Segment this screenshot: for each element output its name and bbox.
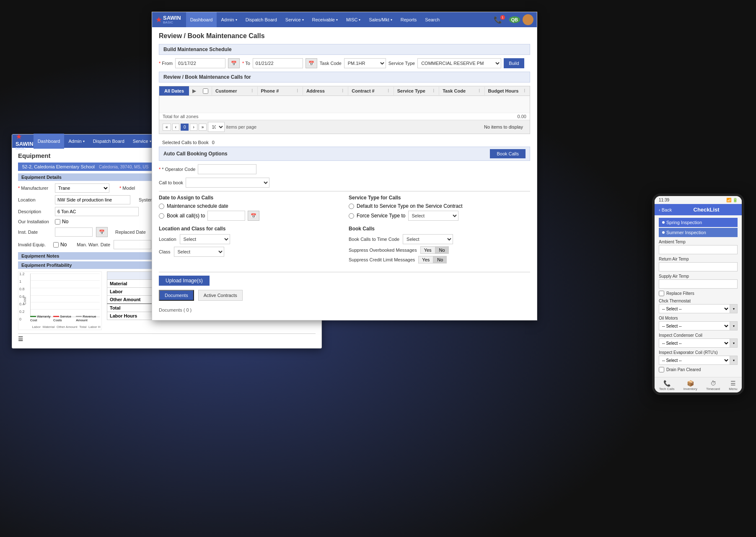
- supply-air-input[interactable]: [659, 279, 738, 289]
- main-nav-dispatch[interactable]: Dispatch Board: [241, 12, 281, 27]
- call-to-book-select[interactable]: [186, 178, 269, 188]
- main-nav-receivable[interactable]: Receivable ▾: [308, 12, 342, 27]
- force-service-select[interactable]: Select: [408, 211, 458, 221]
- date-assign-section: Date to Assign to Calls Maintenance sche…: [159, 195, 340, 221]
- suppress-credit-no[interactable]: No: [433, 256, 447, 263]
- oil-motors-select[interactable]: -- Select --: [659, 321, 730, 330]
- mobile-timecard-btn[interactable]: ⏱ Timecard: [704, 379, 722, 392]
- eq-model-label: Model: [119, 186, 153, 191]
- col-address-sort[interactable]: ⋮: [341, 89, 344, 93]
- select-all-checkbox[interactable]: [203, 88, 208, 94]
- eq-location-input[interactable]: [55, 195, 130, 204]
- main-nav-service[interactable]: Service ▾: [281, 12, 308, 27]
- active-contracts-tab-btn[interactable]: Active Contracts: [198, 290, 243, 301]
- col-customer-sort[interactable]: ⋮: [250, 89, 254, 93]
- eq-inst-date-input[interactable]: [55, 227, 93, 237]
- page-current-btn[interactable]: 0: [181, 124, 189, 131]
- suppress-overbooked-no[interactable]: No: [435, 246, 449, 254]
- mobile-summer-inspection[interactable]: Summer Inspection: [659, 228, 738, 237]
- main-nav-reports[interactable]: Reports: [396, 12, 421, 27]
- col-address-label: Address: [306, 88, 325, 93]
- main-nav-admin[interactable]: Admin ▾: [217, 12, 241, 27]
- st-option2-radio[interactable]: [349, 213, 354, 219]
- eq-man-warr-input[interactable]: [114, 240, 151, 249]
- profit-cell-labor-name: Labor: [107, 288, 157, 296]
- eq-inst-date-cal[interactable]: 📅: [96, 227, 108, 237]
- st-option2-label: Force Service Type to: [357, 213, 406, 219]
- inspect-condenser-select[interactable]: -- Select --: [659, 338, 730, 348]
- page-first-btn[interactable]: «: [163, 124, 171, 131]
- date-assign-title: Date to Assign to Calls: [159, 195, 340, 201]
- date-option2-radio[interactable]: [159, 213, 164, 219]
- operator-code-input[interactable]: [198, 164, 256, 174]
- from-cal-btn[interactable]: 📅: [228, 58, 240, 68]
- main-nav-sales[interactable]: Sales/Mkt ▾: [365, 12, 396, 27]
- book-calls-main-btn[interactable]: Book Calls: [490, 149, 526, 158]
- user-avatar[interactable]: [523, 14, 533, 25]
- mobile-menu-btn[interactable]: ☰ Menu: [727, 379, 739, 392]
- page-last-btn[interactable]: »: [199, 124, 207, 131]
- timecard-icon: ⏱: [710, 380, 716, 387]
- inspect-evaporator-arrow: ▾: [730, 356, 738, 365]
- return-air-input[interactable]: [659, 262, 738, 271]
- all-dates-btn[interactable]: All Dates: [159, 86, 189, 96]
- upload-btn[interactable]: Upload Image(s): [159, 276, 210, 286]
- suppress-credit-yes[interactable]: Yes: [418, 256, 433, 263]
- oil-motors-row: -- Select -- ▾: [659, 321, 738, 330]
- mobile-spring-inspection[interactable]: Spring Inspection: [659, 218, 738, 227]
- mobile-tech-calls-btn[interactable]: 📞 Tech Calls: [658, 379, 676, 392]
- page-next-btn[interactable]: ›: [190, 124, 197, 131]
- eq-our-installation-check[interactable]: [55, 219, 60, 225]
- col-service-type-sort[interactable]: ⋮: [432, 89, 435, 93]
- task-code-select[interactable]: PM.1HR: [344, 58, 386, 68]
- quickbooks-icon[interactable]: QB: [509, 16, 520, 23]
- drain-pan-checkbox[interactable]: [659, 367, 664, 372]
- docs-tab-btn[interactable]: Documents: [159, 290, 194, 301]
- build-btn[interactable]: Build: [504, 58, 524, 68]
- eq-nav-dashboard[interactable]: Dashboard: [34, 134, 65, 149]
- book-all-date-cal[interactable]: 📅: [248, 211, 259, 221]
- eq-invalid-check[interactable]: [53, 242, 59, 248]
- from-input[interactable]: [175, 58, 225, 68]
- col-task-code-sort[interactable]: ⋮: [477, 89, 481, 93]
- book-all-date-input[interactable]: [207, 211, 245, 221]
- expand-arrow[interactable]: ▶: [189, 86, 199, 96]
- main-nav-dashboard[interactable]: Dashboard: [186, 12, 217, 27]
- main-page-title: Review / Book Maintenance Calls: [159, 32, 530, 40]
- page-prev-btn[interactable]: ‹: [172, 124, 179, 131]
- col-contract-sort[interactable]: ⋮: [386, 89, 390, 93]
- call-to-book-row: Call to book: [159, 178, 530, 188]
- check-thermostat-select[interactable]: -- Select --: [659, 304, 730, 313]
- inspect-evaporator-select[interactable]: -- Select --: [659, 356, 730, 365]
- ambient-temp-input[interactable]: [659, 245, 738, 254]
- st-option1-radio[interactable]: [349, 204, 354, 209]
- eq-description-input[interactable]: [55, 207, 139, 216]
- location-select[interactable]: Select: [180, 234, 230, 244]
- items-per-page-select[interactable]: 10 25 50: [208, 122, 225, 132]
- table-columns: Customer ⋮ Phone # ⋮ Address ⋮ Contract …: [212, 87, 530, 95]
- eq-inst-date-label: Inst. Date: [18, 230, 52, 235]
- col-customer: Customer ⋮: [212, 87, 257, 95]
- to-cal-btn[interactable]: 📅: [306, 58, 317, 68]
- col-phone-sort[interactable]: ⋮: [295, 89, 299, 93]
- mobile-back-btn[interactable]: ‹ Back: [659, 207, 672, 212]
- mobile-inventory-btn[interactable]: 📦 Inventory: [682, 379, 699, 392]
- replace-filters-checkbox[interactable]: [659, 291, 664, 296]
- eq-nav-admin[interactable]: Admin ▾: [64, 134, 88, 149]
- eq-manufacturer-select[interactable]: Trane: [55, 183, 109, 193]
- equipment-chart: 00.20.40.60.811.2 Cost LaborMaterialOthe…: [18, 271, 102, 330]
- main-nav-misc[interactable]: MISC ▾: [342, 12, 365, 27]
- eq-nav-service[interactable]: Service ▾: [129, 134, 155, 149]
- main-nav-search[interactable]: Search: [421, 12, 444, 27]
- equipment-footer-icon[interactable]: ☰: [18, 336, 23, 342]
- col-budget-hours-sort[interactable]: ⋮: [523, 89, 526, 93]
- eq-replaced-date-label: Replaced Date: [115, 230, 149, 235]
- date-option1-radio[interactable]: [159, 204, 164, 209]
- to-input[interactable]: [253, 58, 303, 68]
- suppress-overbooked-yes[interactable]: Yes: [420, 246, 435, 254]
- service-type-select[interactable]: COMMERCIAL RESERVE PM: [417, 58, 501, 68]
- time-code-select[interactable]: Select: [403, 234, 453, 244]
- class-select[interactable]: Select: [174, 247, 224, 257]
- eq-nav-dispatch[interactable]: Dispatch Board: [89, 134, 129, 149]
- spring-dot: [662, 221, 665, 224]
